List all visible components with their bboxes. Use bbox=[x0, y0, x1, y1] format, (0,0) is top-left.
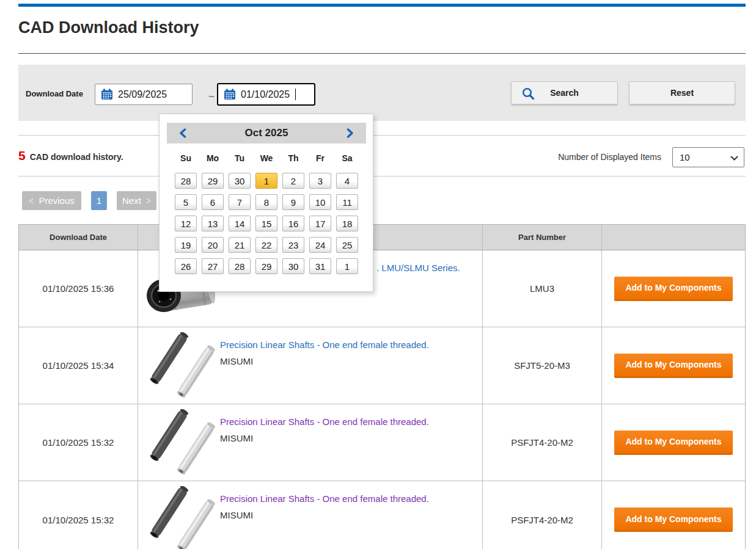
calendar-day[interactable]: 3 bbox=[309, 173, 331, 189]
search-button[interactable]: Search bbox=[511, 81, 618, 104]
calendar-day[interactable]: 17 bbox=[309, 216, 331, 231]
calendar-day-selected[interactable]: 1 bbox=[255, 173, 277, 189]
download-date-label: Download Date bbox=[26, 89, 83, 98]
items-per-page-select[interactable]: 10 bbox=[672, 147, 744, 167]
chevron-left-icon bbox=[179, 128, 186, 138]
linear-shafts-product-image bbox=[144, 486, 218, 549]
product-title-link[interactable]: Precision Linear Shafts - One end female… bbox=[220, 416, 429, 427]
section-divider bbox=[18, 135, 746, 136]
calendar-day[interactable]: 20 bbox=[202, 237, 224, 253]
add-to-my-components-button[interactable]: Add to My Components bbox=[614, 354, 733, 378]
calendar-day[interactable]: 10 bbox=[309, 194, 331, 210]
datepicker-day-grid: 2829301234567891011121314151617181920212… bbox=[175, 173, 358, 274]
header-download-date: Download Date bbox=[19, 225, 138, 250]
add-to-my-components-button[interactable]: Add to My Components bbox=[614, 277, 733, 301]
calendar-weekday: Tu bbox=[229, 153, 251, 163]
calendar-day[interactable]: 24 bbox=[309, 237, 331, 253]
calendar-day[interactable]: 29 bbox=[202, 173, 224, 189]
reset-button-label: Reset bbox=[670, 88, 694, 98]
calendar-day[interactable]: 4 bbox=[336, 173, 358, 189]
row-part-number: SFJT5-20-M3 bbox=[483, 327, 602, 404]
current-page-indicator[interactable]: 1 bbox=[91, 191, 107, 210]
next-page-button[interactable]: Next > bbox=[117, 191, 156, 210]
row-download-date: 01/10/2025 15:34 bbox=[19, 327, 138, 404]
product-brand: MISUMI bbox=[220, 510, 482, 520]
calendar-day[interactable]: 28 bbox=[175, 173, 197, 189]
chevron-down-icon bbox=[730, 156, 738, 161]
add-to-my-components-button[interactable]: Add to My Components bbox=[614, 507, 733, 532]
calendar-day[interactable]: 7 bbox=[229, 194, 251, 210]
chevron-right-icon bbox=[347, 128, 354, 138]
calendar-day[interactable]: 14 bbox=[229, 216, 251, 231]
datepicker-header: Oct 2025 bbox=[167, 123, 366, 144]
product-title-link[interactable]: . LMU/SLMU Series. bbox=[376, 263, 460, 273]
search-icon bbox=[521, 87, 535, 101]
calendar-day[interactable]: 26 bbox=[175, 258, 197, 274]
calendar-day[interactable]: 27 bbox=[202, 258, 224, 274]
chevron-left-icon: < bbox=[29, 196, 34, 206]
result-count-text: CAD download history. bbox=[30, 152, 123, 162]
download-history-table: Download Date Part Number 01/10/2025 15:… bbox=[18, 224, 746, 549]
calendar-day[interactable]: 13 bbox=[202, 216, 224, 231]
calendar-icon bbox=[101, 89, 113, 100]
next-page-label: Next bbox=[122, 195, 141, 206]
reset-button[interactable]: Reset bbox=[629, 81, 735, 104]
product-title-link[interactable]: Precision Linear Shafts - One end female… bbox=[220, 340, 429, 350]
title-divider bbox=[18, 53, 746, 54]
calendar-day[interactable]: 16 bbox=[282, 216, 304, 231]
calendar-weekday: We bbox=[255, 153, 277, 163]
date-from-value: 25/09/2025 bbox=[118, 89, 167, 100]
calendar-day[interactable]: 12 bbox=[175, 216, 197, 231]
calendar-day[interactable]: 22 bbox=[255, 237, 277, 253]
calendar-day[interactable]: 31 bbox=[309, 258, 331, 274]
calendar-day[interactable]: 2 bbox=[282, 173, 304, 189]
row-download-date: 01/10/2025 15:32 bbox=[19, 404, 138, 481]
calendar-day[interactable]: 6 bbox=[202, 194, 224, 210]
calendar-day[interactable]: 5 bbox=[175, 194, 197, 210]
linear-shafts-product-image bbox=[144, 409, 218, 476]
row-part-number: LMU3 bbox=[483, 250, 602, 327]
result-count-number: 5 bbox=[18, 148, 26, 163]
table-row: 01/10/2025 15:32 bbox=[19, 481, 745, 549]
top-accent-bar bbox=[18, 4, 746, 7]
calendar-day[interactable]: 29 bbox=[255, 258, 277, 274]
calendar-day[interactable]: 19 bbox=[175, 237, 197, 253]
calendar-day[interactable]: 30 bbox=[282, 258, 304, 274]
calendar-day[interactable]: 28 bbox=[229, 258, 251, 274]
date-to-input[interactable]: 01/10/2025 bbox=[217, 83, 315, 106]
previous-page-button[interactable]: < Previous bbox=[22, 191, 81, 210]
calendar-day[interactable]: 25 bbox=[336, 237, 358, 253]
date-from-input[interactable]: 25/09/2025 bbox=[95, 84, 193, 105]
calendar-day[interactable]: 8 bbox=[255, 194, 277, 210]
calendar-weekday: Th bbox=[282, 153, 304, 163]
product-title-link[interactable]: Precision Linear Shafts - One end female… bbox=[220, 493, 429, 504]
calendar-day[interactable]: 18 bbox=[336, 216, 358, 231]
table-row: 01/10/2025 15:34 bbox=[19, 327, 745, 404]
row-download-date: 01/10/2025 15:32 bbox=[19, 481, 138, 549]
calendar-weekday: Su bbox=[175, 153, 197, 163]
result-count: 5 CAD download history. bbox=[18, 148, 123, 163]
calendar-day[interactable]: 21 bbox=[229, 237, 251, 253]
add-to-my-components-button[interactable]: Add to My Components bbox=[614, 431, 733, 455]
text-cursor bbox=[295, 89, 296, 100]
search-button-label: Search bbox=[550, 88, 579, 98]
product-brand: MISUMI bbox=[220, 356, 482, 366]
items-per-page-value: 10 bbox=[680, 152, 690, 162]
row-download-date: 01/10/2025 15:36 bbox=[19, 250, 138, 327]
previous-month-button[interactable] bbox=[178, 127, 188, 139]
calendar-day[interactable]: 1 bbox=[336, 258, 358, 274]
calendar-icon bbox=[224, 89, 236, 100]
calendar-day[interactable]: 9 bbox=[282, 194, 304, 210]
calendar-day[interactable]: 30 bbox=[229, 173, 251, 189]
download-date-filter-panel: Download Date 25/09/2025 ~ bbox=[18, 65, 746, 121]
row-part-number: PSFJT4-20-M2 bbox=[483, 481, 602, 549]
datepicker-month-title: Oct 2025 bbox=[245, 127, 288, 139]
calendar-day[interactable]: 11 bbox=[336, 194, 358, 210]
calendar-day[interactable]: 23 bbox=[282, 237, 304, 253]
next-month-button[interactable] bbox=[345, 127, 355, 139]
product-text-block: Precision Linear Shafts - One end female… bbox=[220, 481, 482, 520]
table-row: 01/10/2025 15:36 bbox=[19, 250, 745, 327]
calendar-weekday: Mo bbox=[202, 153, 224, 163]
calendar-day[interactable]: 15 bbox=[255, 216, 277, 231]
header-part-number: Part Number bbox=[483, 225, 602, 250]
